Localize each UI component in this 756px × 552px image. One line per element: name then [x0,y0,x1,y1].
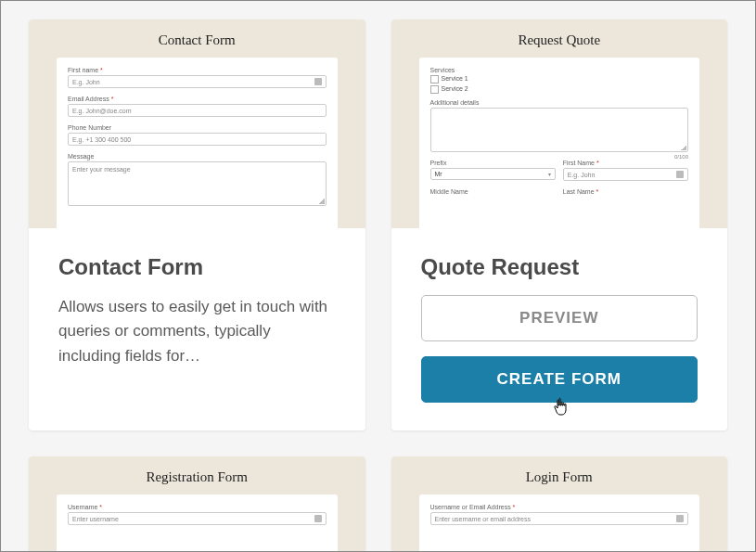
template-card-registration: Registration Form Username * Enter usern… [29,456,365,552]
preview-title: Contact Form [57,32,338,48]
card-description: Allows users to easily get in touch with… [58,295,336,368]
card-preview: Contact Form First name * E.g. John Emai… [29,19,365,228]
card-preview: Request Quote Services Service 1 Service… [391,19,728,228]
preview-thumbnail: Services Service 1 Service 2 Additional … [419,58,700,228]
template-card-login: Login Form Username or Email Address * E… [391,456,728,552]
template-card-quote: Request Quote Services Service 1 Service… [391,19,728,430]
card-title: Quote Request [421,254,698,280]
card-body: Quote Request PREVIEW CREATE FORM [391,228,728,430]
card-preview: Registration Form Username * Enter usern… [29,456,365,552]
preview-title: Registration Form [57,469,338,485]
card-title: Contact Form [58,254,336,280]
card-body: Contact Form Allows users to easily get … [29,228,365,396]
preview-thumbnail: Username * Enter username [57,494,338,552]
card-preview: Login Form Username or Email Address * E… [391,456,728,552]
create-form-button[interactable]: CREATE FORM [421,356,698,403]
preview-title: Request Quote [419,32,700,48]
preview-button[interactable]: PREVIEW [421,295,698,341]
preview-thumbnail: Username or Email Address * Enter userna… [419,494,700,552]
preview-thumbnail: First name * E.g. John Email Address * E… [57,58,338,228]
preview-title: Login Form [419,469,700,485]
template-card-contact: Contact Form First name * E.g. John Emai… [29,19,365,430]
